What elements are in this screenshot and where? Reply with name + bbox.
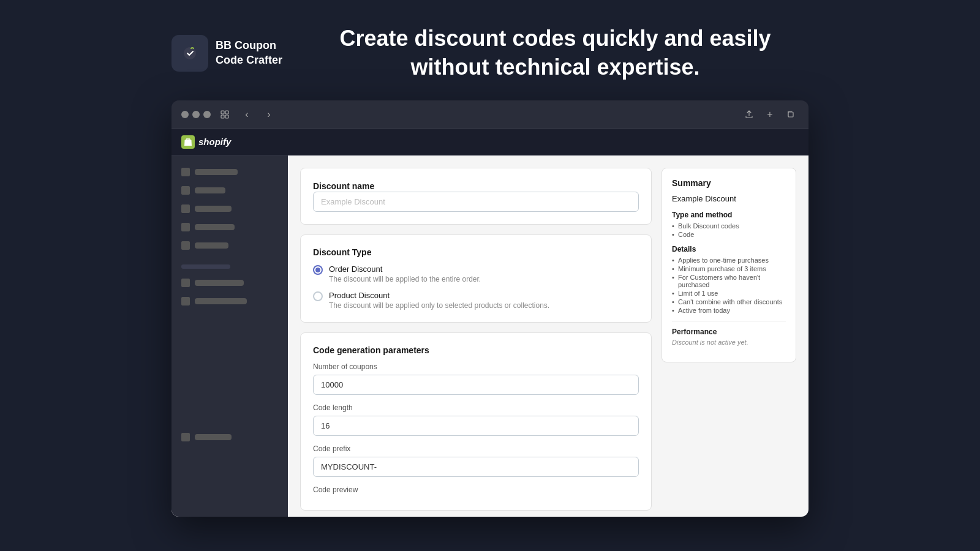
- discount-type-card: Discount Type Order Discount The discoun…: [300, 234, 652, 323]
- dot-green: [203, 111, 211, 118]
- sidebar-icon-1: [181, 168, 190, 176]
- duplicate-icon[interactable]: [783, 107, 799, 122]
- summary-discount-name: Example Discount: [672, 194, 786, 203]
- browser-window: ‹ › +: [172, 100, 809, 517]
- code-length-label: Code length: [313, 403, 639, 412]
- summary-details: Details Applies to one-time purchases Mi…: [672, 245, 786, 315]
- sidebar-item-bottom[interactable]: [181, 433, 278, 441]
- logo-icon: [172, 35, 208, 72]
- summary-type-method: Type and method Bulk Discount codes Code: [672, 211, 786, 239]
- radio-product-title: Product Discount: [329, 291, 549, 300]
- radio-order-circle: [313, 265, 323, 275]
- summary-performance: Performance Discount is not active yet.: [672, 328, 786, 346]
- summary-title: Summary: [672, 178, 786, 188]
- header-tagline: Create discount codes quickly and easily…: [302, 24, 809, 82]
- num-coupons-group: Number of coupons: [313, 362, 639, 395]
- code-preview-group: Code preview: [313, 485, 639, 494]
- shopify-logo: shopify: [181, 135, 231, 149]
- code-prefix-group: Code prefix: [313, 444, 639, 477]
- tab-switcher-icon[interactable]: [217, 107, 233, 122]
- summary-list-item: Limit of 1 use: [672, 289, 786, 298]
- code-generation-card: Code generation parameters Number of cou…: [300, 332, 652, 511]
- summary-list-item: Applies to one-time purchases: [672, 256, 786, 264]
- shopify-text: shopify: [198, 137, 231, 147]
- summary-card: Summary Example Discount Type and method…: [662, 168, 796, 362]
- share-icon[interactable]: [741, 107, 757, 122]
- main-layout: Discount name Discount Type Order Discou…: [172, 156, 809, 517]
- num-coupons-input[interactable]: [313, 375, 639, 395]
- content-area: Discount name Discount Type Order Discou…: [288, 156, 809, 517]
- sidebar-item-3[interactable]: [172, 200, 288, 218]
- summary-panel: Summary Example Discount Type and method…: [662, 168, 796, 504]
- dot-red: [181, 111, 189, 118]
- browser-toolbar: ‹ › +: [172, 100, 809, 129]
- summary-list-item: Active from today: [672, 306, 786, 315]
- code-length-group: Code length: [313, 403, 639, 436]
- sidebar-label-5: [195, 242, 228, 249]
- forward-button[interactable]: ›: [261, 107, 277, 122]
- shopify-bag-icon: [181, 135, 195, 149]
- summary-type-method-list: Bulk Discount codes Code: [672, 222, 786, 239]
- summary-list-item: Code: [672, 230, 786, 239]
- summary-divider: [672, 321, 786, 321]
- sidebar-label-bottom: [195, 434, 232, 440]
- sidebar-item-7[interactable]: [172, 292, 288, 310]
- sidebar-icon-4: [181, 223, 190, 231]
- main-form: Discount name Discount Type Order Discou…: [300, 168, 652, 504]
- sidebar-bottom: [172, 310, 288, 449]
- sidebar-label-2: [195, 187, 225, 193]
- sidebar-section-1: [172, 255, 288, 274]
- svg-rect-4: [788, 112, 793, 117]
- sidebar-item-2[interactable]: [172, 181, 288, 200]
- sidebar-icon-5: [181, 241, 190, 250]
- new-tab-icon[interactable]: +: [762, 107, 778, 122]
- browser-dots: [181, 111, 211, 118]
- radio-product-circle: [313, 291, 323, 301]
- discount-name-input[interactable]: [313, 192, 639, 212]
- num-coupons-label: Number of coupons: [313, 362, 639, 371]
- code-length-input[interactable]: [313, 416, 639, 436]
- sidebar-label-1: [195, 169, 238, 175]
- logo-block: BB Coupon Code Crafter: [172, 35, 282, 72]
- sidebar-icon-bottom: [181, 433, 190, 441]
- radio-product-text: Product Discount The discount will be ap…: [329, 291, 549, 310]
- dot-yellow: [192, 111, 200, 118]
- summary-list-item: For Customers who haven't purchased: [672, 273, 786, 289]
- shopify-navbar: shopify: [172, 129, 809, 156]
- logo-line1: BB Coupon: [216, 39, 282, 53]
- sidebar-item-5[interactable]: [172, 236, 288, 255]
- sidebar-section-label-1: [181, 264, 230, 269]
- summary-performance-text: Discount is not active yet.: [672, 339, 786, 346]
- page-header: BB Coupon Code Crafter Create discount c…: [172, 0, 809, 100]
- svg-rect-0: [221, 111, 224, 114]
- sidebar-item-1[interactable]: [172, 163, 288, 181]
- sidebar-icon-2: [181, 186, 190, 195]
- sidebar-icon-7: [181, 297, 190, 305]
- radio-order-text: Order Discount The discount will be appl…: [329, 264, 481, 283]
- summary-details-list: Applies to one-time purchases Minimum pu…: [672, 256, 786, 315]
- summary-list-item: Bulk Discount codes: [672, 222, 786, 230]
- code-prefix-input[interactable]: [313, 457, 639, 477]
- back-button[interactable]: ‹: [239, 107, 255, 122]
- sidebar-icon-6: [181, 279, 190, 287]
- sidebar-item-6[interactable]: [172, 274, 288, 292]
- summary-details-title: Details: [672, 245, 786, 253]
- sidebar-label-4: [195, 224, 235, 230]
- sidebar: [172, 156, 288, 517]
- radio-order-title: Order Discount: [329, 264, 481, 274]
- summary-list-item: Can't combine with other discounts: [672, 298, 786, 306]
- radio-option-order[interactable]: Order Discount The discount will be appl…: [313, 264, 639, 283]
- sidebar-label-7: [195, 298, 247, 304]
- summary-type-method-title: Type and method: [672, 211, 786, 219]
- tagline-line2: without technical expertise.: [410, 54, 699, 80]
- code-generation-title: Code generation parameters: [313, 345, 639, 355]
- summary-list-item: Minimum purchase of 3 items: [672, 264, 786, 273]
- radio-option-product[interactable]: Product Discount The discount will be ap…: [313, 291, 639, 310]
- sidebar-label-3: [195, 206, 232, 212]
- code-preview-label: Code preview: [313, 485, 639, 494]
- tagline-line1: Create discount codes quickly and easily: [339, 26, 771, 51]
- radio-product-desc: The discount will be applied only to sel…: [329, 301, 549, 310]
- sidebar-item-4[interactable]: [172, 218, 288, 236]
- logo-text-block: BB Coupon Code Crafter: [216, 39, 282, 67]
- discount-name-card: Discount name: [300, 168, 652, 225]
